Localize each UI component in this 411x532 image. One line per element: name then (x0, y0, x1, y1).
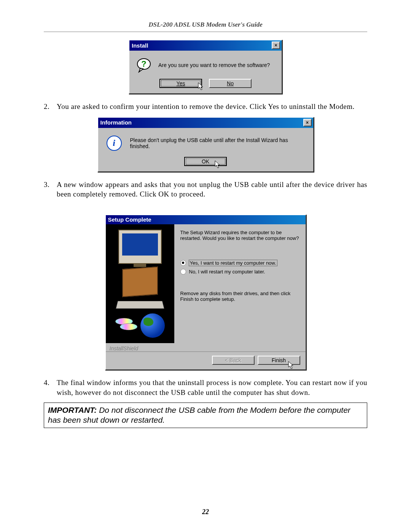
titlebar[interactable]: Setup Complete (106, 215, 306, 224)
installshield-brand: InstallShield (106, 343, 306, 351)
header-rule (44, 32, 367, 32)
close-icon[interactable]: × (303, 119, 312, 126)
finish-button[interactable]: Finish (258, 356, 300, 365)
dialog-install-confirm: Install × ? Are you sure you want to rem… (129, 40, 282, 94)
dialog-message: Are you sure you want to remove the soft… (158, 62, 270, 68)
radio-restart-later[interactable]: No, I will restart my computer later. (180, 269, 299, 275)
important-note: IMPORTANT: Do not disconnect the USB cab… (44, 403, 367, 428)
page-header: DSL-200 ADSL USB Modem User's Guide (44, 21, 367, 31)
page-number: 22 (0, 508, 411, 516)
step-3: 3. A new window appears and asks that yo… (44, 180, 367, 199)
titlebar[interactable]: Install × (129, 40, 282, 51)
monitor-icon (118, 230, 162, 264)
step-text: A new window appears and asks that you n… (57, 180, 367, 199)
no-button[interactable]: No (209, 79, 252, 88)
question-icon: ? (136, 58, 151, 73)
dialog-title: Information (100, 119, 132, 126)
wizard-sidebar-graphic (106, 224, 174, 343)
dialog-title: Setup Complete (108, 216, 151, 223)
back-button: < Back (212, 356, 255, 365)
dialog-setup-complete: Setup Complete The Setup Wizard requires… (105, 214, 306, 370)
dialog-information: Information × i Please don't unplug the … (97, 117, 314, 172)
document-page: DSL-200 ADSL USB Modem User's Guide Inst… (0, 0, 411, 532)
radio-restart-now[interactable]: Yes, I want to restart my computer now. (180, 260, 299, 266)
ok-button[interactable]: OK (184, 157, 227, 166)
wizard-lead-text: The Setup Wizard requires the computer t… (180, 230, 299, 257)
info-icon: i (107, 136, 122, 151)
step-2: 2. You are asked to confirm your intenti… (44, 102, 367, 112)
radio-icon (180, 260, 186, 266)
step-text: You are asked to confirm your intention … (57, 102, 367, 112)
dialog-message: Please don't unplug the USB cable until … (130, 137, 306, 149)
close-icon[interactable]: × (272, 42, 280, 49)
keyboard-icon (116, 301, 164, 308)
radio-label: Yes, I want to restart my computer now. (189, 260, 277, 266)
wizard-trailer-text: Remove any disks from their drives, and … (180, 291, 299, 302)
svg-text:?: ? (141, 59, 146, 69)
step-number: 4. (44, 378, 57, 397)
step-number: 2. (44, 102, 57, 112)
dialog-title: Install (132, 42, 148, 49)
radio-icon (180, 269, 186, 275)
step-text: The final window informs you that the un… (57, 378, 367, 397)
step-number: 3. (44, 180, 57, 199)
radio-label: No, I will restart my computer later. (189, 269, 265, 275)
globe-icon (140, 313, 165, 338)
cd-icon (115, 318, 138, 333)
box-icon (122, 267, 158, 297)
important-label: IMPORTANT: (48, 406, 97, 414)
yes-button[interactable]: Yes (159, 79, 202, 88)
step-4: 4. The final window informs you that the… (44, 378, 367, 397)
titlebar[interactable]: Information × (98, 118, 313, 128)
